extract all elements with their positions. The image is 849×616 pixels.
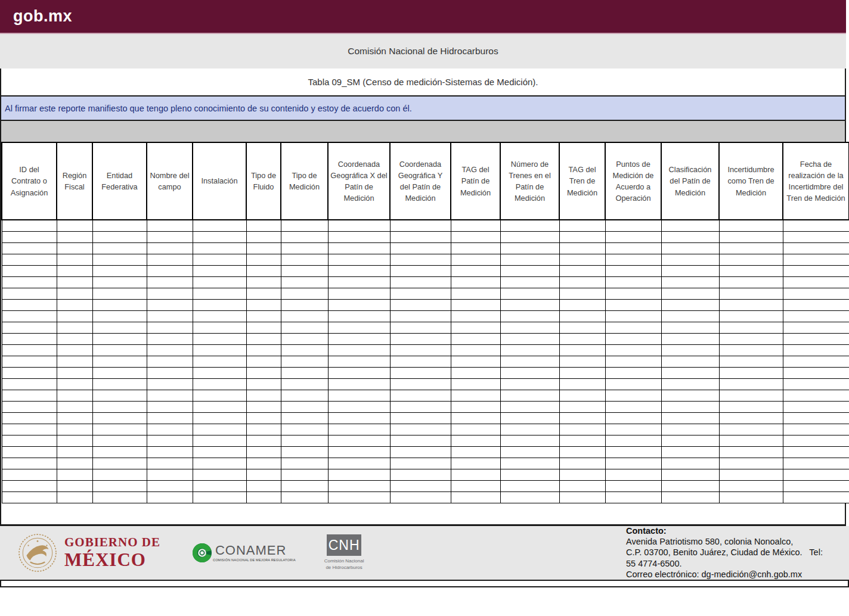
table-cell (281, 446, 328, 458)
table-cell (147, 435, 193, 446)
table-cell (390, 435, 451, 446)
table-cell (2, 242, 57, 254)
table-cell (605, 390, 661, 401)
table-cell (390, 446, 451, 458)
table-cell (147, 390, 193, 401)
table-cell (451, 458, 500, 469)
table-cell (719, 390, 783, 401)
table-cell (92, 435, 147, 446)
table-row (2, 288, 849, 299)
column-header: Coordenada Geográfica Y del Patín de Med… (390, 142, 451, 220)
table-cell (57, 231, 92, 242)
table-cell (719, 231, 783, 242)
table-cell (500, 401, 559, 412)
table-cell (246, 242, 281, 254)
table-cell (661, 491, 719, 503)
table-cell (57, 378, 92, 390)
table-cell (193, 242, 246, 254)
table-cell (390, 469, 451, 480)
table-cell (559, 401, 605, 412)
table-cell (559, 299, 605, 310)
table-cell (281, 310, 328, 322)
table-cell (719, 220, 783, 231)
table-cell (281, 254, 328, 265)
table-cell (281, 265, 328, 276)
conamer-name: CONAMER (215, 544, 296, 557)
table-cell (451, 435, 500, 446)
table-cell (328, 310, 390, 322)
table-cell (500, 378, 559, 390)
table-cell (390, 288, 451, 299)
table-cell (328, 491, 390, 503)
table-cell (57, 310, 92, 322)
table-cell (783, 378, 849, 390)
table-cell (246, 390, 281, 401)
table-cell (451, 378, 500, 390)
table-row (2, 254, 849, 265)
table-cell (193, 333, 246, 344)
table-cell (661, 412, 719, 424)
table-cell (92, 480, 147, 491)
table-cell (451, 491, 500, 503)
table-cell (147, 288, 193, 299)
table-cell (147, 231, 193, 242)
table-cell (147, 469, 193, 480)
table-title-band: Tabla 09_SM (Censo de medición-Sistemas … (1, 69, 845, 95)
table-cell (500, 231, 559, 242)
table-cell (92, 390, 147, 401)
table-cell (451, 220, 500, 231)
table-row (2, 480, 849, 491)
table-row (2, 310, 849, 322)
table-cell (246, 491, 281, 503)
table-cell (661, 322, 719, 333)
table-cell (328, 254, 390, 265)
table-cell (783, 310, 849, 322)
column-header: Tipo de Fluido (246, 142, 281, 220)
table-cell (605, 424, 661, 435)
table-cell (605, 288, 661, 299)
table-cell (92, 367, 147, 378)
table-cell (719, 480, 783, 491)
table-cell (559, 265, 605, 276)
table-cell (605, 435, 661, 446)
table-cell (719, 458, 783, 469)
table-row (2, 378, 849, 390)
table-cell (390, 401, 451, 412)
table-cell (246, 412, 281, 424)
table-cell (783, 446, 849, 458)
table-cell (783, 401, 849, 412)
table-cell (57, 412, 92, 424)
table-cell (147, 356, 193, 367)
table-cell (559, 310, 605, 322)
table-cell (559, 458, 605, 469)
table-cell (390, 310, 451, 322)
table-cell (719, 265, 783, 276)
table-cell (559, 378, 605, 390)
table-cell (661, 356, 719, 367)
table-row (2, 458, 849, 469)
table-cell (57, 288, 92, 299)
table-cell (328, 390, 390, 401)
table-cell (281, 378, 328, 390)
table-cell (605, 333, 661, 344)
table-cell (2, 469, 57, 480)
table-cell (147, 299, 193, 310)
table-cell (559, 344, 605, 356)
table-cell (500, 458, 559, 469)
table-cell (57, 333, 92, 344)
table-cell (451, 242, 500, 254)
table-cell (2, 254, 57, 265)
table-cell (147, 401, 193, 412)
table-cell (281, 231, 328, 242)
gobmx-logo[interactable]: gob.mx (13, 7, 72, 26)
table-cell (559, 231, 605, 242)
gobierno-line2: MÉXICO (64, 550, 160, 569)
table-cell (661, 310, 719, 322)
table-cell (281, 356, 328, 367)
table-cell (559, 480, 605, 491)
table-cell (147, 265, 193, 276)
report-content: Tabla 09_SM (Censo de medición-Sistemas … (0, 69, 846, 526)
table-cell (390, 242, 451, 254)
table-cell (2, 401, 57, 412)
table-cell (500, 469, 559, 480)
